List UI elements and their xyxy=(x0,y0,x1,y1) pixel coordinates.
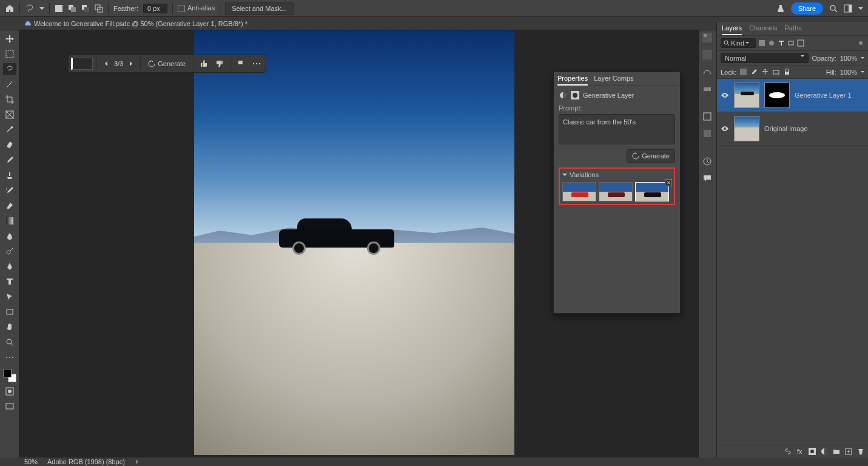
tab-layers[interactable]: Layers xyxy=(722,24,742,35)
home-icon[interactable] xyxy=(5,4,15,13)
generate-button[interactable]: Generate xyxy=(144,59,189,69)
magic-wand-tool[interactable] xyxy=(3,78,16,90)
move-tool[interactable] xyxy=(3,33,16,45)
layer-style-icon[interactable]: fx xyxy=(796,448,804,455)
chevron-right-icon[interactable] xyxy=(135,459,140,464)
prev-variation-button[interactable] xyxy=(101,59,112,68)
color-panel-icon[interactable] xyxy=(702,33,713,44)
link-layers-icon[interactable] xyxy=(784,448,792,455)
patterns-panel-icon[interactable] xyxy=(702,84,713,95)
visibility-toggle[interactable] xyxy=(721,91,729,100)
layer-name[interactable]: Original Image xyxy=(764,125,808,132)
layer-row-original[interactable]: Original Image xyxy=(717,112,868,146)
lock-nested-icon[interactable] xyxy=(773,69,780,76)
zoom-tool[interactable] xyxy=(3,336,16,348)
lock-transparency-icon[interactable] xyxy=(740,69,747,76)
search-icon[interactable] xyxy=(829,4,838,13)
delete-layer-icon[interactable] xyxy=(857,448,864,455)
prompt-text[interactable]: Classic car from the 50's xyxy=(559,114,675,144)
feather-input[interactable]: 0 px xyxy=(143,4,167,13)
filter-toggle[interactable] xyxy=(857,39,864,47)
opacity-value[interactable]: 100% xyxy=(840,55,857,62)
tab-paths[interactable]: Paths xyxy=(785,24,802,35)
eraser-tool[interactable] xyxy=(3,200,16,212)
add-selection-icon[interactable] xyxy=(68,4,76,13)
filter-pixel-icon[interactable] xyxy=(758,39,765,47)
marquee-tool[interactable] xyxy=(3,48,16,60)
fill-value[interactable]: 100% xyxy=(840,69,857,76)
layer-row-generative[interactable]: Generative Layer 1 xyxy=(717,79,868,112)
variation-thumb-3[interactable]: ✕ xyxy=(635,182,669,201)
dodge-tool[interactable] xyxy=(3,245,16,257)
type-tool[interactable] xyxy=(3,275,16,288)
rectangle-tool[interactable] xyxy=(3,306,16,318)
next-variation-button[interactable] xyxy=(126,59,136,68)
lock-position-icon[interactable] xyxy=(762,69,769,76)
healing-brush-tool[interactable] xyxy=(3,139,16,151)
hand-tool[interactable] xyxy=(3,321,16,333)
tab-channels[interactable]: Channels xyxy=(749,24,777,35)
properties-generate-button[interactable]: Generate xyxy=(627,149,675,163)
chevron-down-icon[interactable] xyxy=(861,70,864,74)
more-tools[interactable] xyxy=(3,351,16,363)
history-brush-tool[interactable] xyxy=(3,184,16,197)
lasso-tool[interactable] xyxy=(3,63,16,75)
new-selection-icon[interactable] xyxy=(55,4,63,13)
thumbs-up-button[interactable] xyxy=(197,58,210,69)
subtract-selection-icon[interactable] xyxy=(81,4,90,13)
swatches-panel-icon[interactable] xyxy=(702,50,713,61)
tab-layer-comps[interactable]: Layer Comps xyxy=(594,75,633,86)
eyedropper-tool[interactable] xyxy=(3,124,16,136)
visibility-toggle[interactable] xyxy=(721,124,729,133)
clone-stamp-tool[interactable] xyxy=(3,169,16,181)
antialias-checkbox[interactable]: Anti-alias xyxy=(178,4,215,12)
chevron-down-icon[interactable] xyxy=(39,6,44,11)
layer-thumbnail[interactable] xyxy=(734,83,759,108)
document-tab[interactable]: Welcome to Generative Fill.psdc @ 50% (G… xyxy=(24,20,247,27)
layer-thumbnail[interactable] xyxy=(734,116,759,141)
filter-type-icon[interactable] xyxy=(778,39,785,47)
gradient-tool[interactable] xyxy=(3,215,16,227)
filter-shape-icon[interactable] xyxy=(787,39,795,47)
adjustment-layer-icon[interactable] xyxy=(821,448,828,455)
blur-tool[interactable] xyxy=(3,230,16,242)
libraries-panel-icon[interactable] xyxy=(702,129,713,140)
filter-smart-icon[interactable] xyxy=(797,39,804,47)
filter-kind-select[interactable]: Kind xyxy=(721,38,756,48)
quick-mask-toggle[interactable] xyxy=(3,385,16,397)
frame-tool[interactable] xyxy=(3,109,16,121)
variation-thumb-1[interactable] xyxy=(562,182,596,201)
layer-mask-icon[interactable] xyxy=(809,448,816,455)
tab-properties[interactable]: Properties xyxy=(557,75,588,86)
intersect-selection-icon[interactable] xyxy=(95,4,103,13)
history-panel-icon[interactable] xyxy=(702,157,713,167)
path-selection-tool[interactable] xyxy=(3,291,16,303)
screen-mode-toggle[interactable] xyxy=(3,400,16,413)
chevron-down-icon[interactable] xyxy=(562,172,567,177)
layer-name[interactable]: Generative Layer 1 xyxy=(795,92,852,99)
color-swatches[interactable] xyxy=(3,369,16,382)
flag-button[interactable] xyxy=(234,58,247,69)
delete-variation-button[interactable]: ✕ xyxy=(665,179,672,186)
chevron-down-icon[interactable] xyxy=(858,6,863,11)
thumbs-down-button[interactable] xyxy=(213,58,226,69)
brush-tool[interactable] xyxy=(3,154,16,166)
lasso-tool-icon[interactable] xyxy=(25,4,35,13)
blend-mode-select[interactable]: Normal xyxy=(721,53,809,63)
share-button[interactable]: Share xyxy=(791,2,823,15)
pen-tool[interactable] xyxy=(3,260,16,272)
chevron-down-icon[interactable] xyxy=(861,56,864,60)
new-layer-icon[interactable] xyxy=(845,448,852,455)
group-icon[interactable] xyxy=(833,448,840,455)
gradients-panel-icon[interactable] xyxy=(702,67,713,78)
lock-all-icon[interactable] xyxy=(784,69,791,76)
comments-panel-icon[interactable] xyxy=(702,174,713,184)
layer-mask-thumbnail[interactable] xyxy=(764,83,790,108)
prompt-input[interactable] xyxy=(71,58,93,70)
more-button[interactable] xyxy=(250,61,263,67)
select-and-mask-button[interactable]: Select and Mask... xyxy=(225,2,294,15)
filter-adjustment-icon[interactable] xyxy=(768,39,775,47)
document-canvas[interactable] xyxy=(194,30,514,455)
adjustments-panel-icon[interactable] xyxy=(702,112,713,123)
variation-thumb-2[interactable] xyxy=(599,182,633,201)
